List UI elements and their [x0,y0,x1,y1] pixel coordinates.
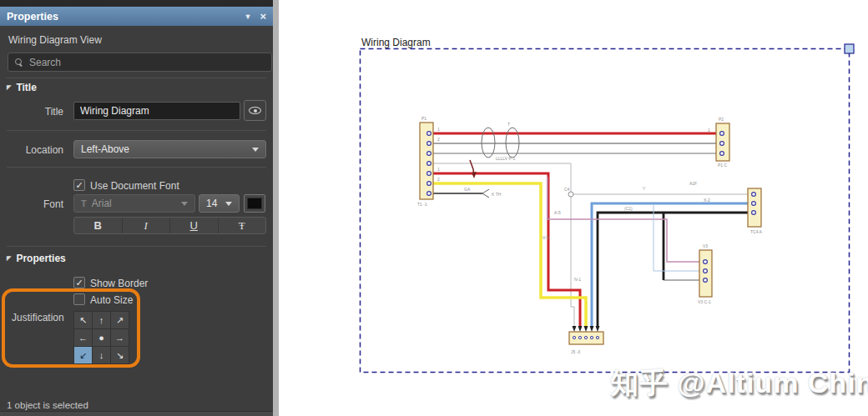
wire-yellow[interactable] [433,183,586,328]
title-visibility-button[interactable] [244,100,266,121]
font-type-icon: T [81,198,87,208]
connector-V3-pin-0 [704,260,708,264]
panel-top-strip [0,0,279,7]
diagram-label-18: A1F [689,181,697,186]
justification-cell-3[interactable]: ← [74,329,92,346]
diagram-label-17: Y [643,186,646,191]
diagram-label-21: V-5 [542,235,549,240]
check-icon: ✓ [75,181,83,190]
status-text: 1 object is selected [7,400,88,410]
connector-J5-pin-1 [578,336,581,338]
close-icon[interactable]: × [260,10,266,23]
italic-button[interactable]: I [123,218,171,233]
connector-J1-pin-2 [427,152,431,156]
strikethrough-button[interactable]: Ŧ [219,218,266,233]
selection-rect[interactable] [361,49,850,373]
connector-J5-pin-3 [590,336,593,338]
font-color-swatch[interactable] [244,194,265,213]
justification-cell-1[interactable]: ↑ [93,312,110,328]
font-size-dropdown[interactable]: 14 [199,194,240,213]
justification-cell-6-selected[interactable]: ↙ [74,347,92,363]
diagram-label-19: (C1) [624,206,633,211]
font-family-value: Arial [92,198,112,209]
section-title-label: Title [16,82,36,93]
connector-J5-pin-arrow-3 [590,326,594,332]
justification-cell-7[interactable]: ↓ [93,347,110,363]
diagram-label-4: TC4 A [750,229,763,234]
section-properties-header[interactable]: ◤ Properties [7,253,66,264]
justification-cell-4[interactable]: ● [93,329,110,346]
diagram-label-8: LLLLV P-1 [496,156,515,161]
connector-V3-pin-1 [704,269,708,273]
title-input[interactable] [73,102,240,120]
section-title-header[interactable]: ◤ Title [7,82,37,93]
connector-TC4-pin-2 [752,211,756,215]
connector-J5-pin-arrow-4 [596,326,600,332]
wire-junction-0 [568,192,573,197]
diagram-label-1: T1 -1 [417,202,427,207]
wire-black[interactable] [598,213,748,328]
show-border-label: Show Border [90,278,148,289]
panel-footer-strip [0,411,273,416]
connector-J1-pin-6 [427,192,431,196]
panel-header: Properties ▼ × [0,7,273,26]
diagram-label-14: 1 [437,167,440,172]
diagram-label-24: C4 [564,187,570,192]
search-input[interactable]: Search [8,53,272,72]
diagram-label-10: GA [464,187,471,192]
connector-J5-pin-0 [573,336,575,338]
wire-ltblue[interactable] [654,205,699,271]
font-family-dropdown[interactable]: T Arial [73,194,195,213]
justification-cell-8[interactable]: ↘ [111,347,129,363]
wire-pink[interactable] [548,177,699,262]
diagram-label-6: V3 C-1 [698,299,711,304]
wiring-diagram-view[interactable]: P1T1 -1P2P1 CTC4 AV3V3 C-1J5 -3LLLLV P-1… [359,33,860,383]
use-document-font-label: Use Document Font [90,180,179,192]
diagram-label-23: N-1 [574,277,581,282]
underline-button[interactable]: U [170,218,219,233]
panel-menu-icon[interactable]: ▼ [244,13,251,21]
wire-red-2[interactable] [433,173,580,328]
wire-blue[interactable] [592,203,748,328]
connector-V3[interactable] [699,250,712,297]
location-field-label: Location [5,144,63,156]
search-icon [15,58,23,66]
diagram-label-15: 2 [437,177,440,182]
check-icon: ✓ [75,278,83,288]
justification-cell-5[interactable]: → [111,329,129,346]
bold-button[interactable]: B [74,218,123,233]
location-value: Left-Above [81,143,129,155]
chevron-down-icon [252,148,259,152]
chevron-down-icon [181,202,188,206]
justification-cell-2[interactable]: ↗ [111,312,129,328]
connector-J5-pin-arrow-0 [573,326,577,332]
connector-TC4-pin-0 [752,193,756,197]
collapse-triangle-icon: ◤ [7,255,11,262]
separator [7,246,266,247]
auto-size-checkbox[interactable] [73,293,85,305]
panel-scrollbar[interactable] [273,0,279,416]
justification-grid: ↖↑↗←●→↙↓↘ [73,311,129,364]
location-dropdown[interactable]: Left-Above [73,140,266,158]
connector-J1-pin-5 [427,182,431,186]
diagram-label-9: T [507,122,510,127]
diagram-label-13: 2 [437,137,440,142]
wire-sense[interactable] [433,163,748,194]
connector-J1-pin-1 [427,142,431,146]
wire-sense-drop[interactable] [571,194,574,328]
wire-drain-term[interactable] [482,189,489,198]
diagram-label-3: P1 C [718,163,728,168]
separator [7,78,266,78]
probe-arrow-head [472,172,477,178]
selection-handle[interactable] [845,44,854,53]
chevron-down-icon [225,202,232,206]
diagram-label-11: K TH [492,192,502,197]
connector-P2-pin-1 [720,142,724,146]
show-border-checkbox[interactable]: ✓ [73,277,85,288]
justification-cell-0[interactable]: ↖ [74,312,92,328]
diagram-label-12: 1 [437,127,440,132]
use-document-font-checkbox[interactable]: ✓ [73,179,85,191]
connector-J5-pin-arrow-1 [578,326,583,332]
properties-panel: Properties ▼ × Wiring Diagram View Searc… [0,0,279,416]
screenshot-root: Properties ▼ × Wiring Diagram View Searc… [0,0,868,416]
